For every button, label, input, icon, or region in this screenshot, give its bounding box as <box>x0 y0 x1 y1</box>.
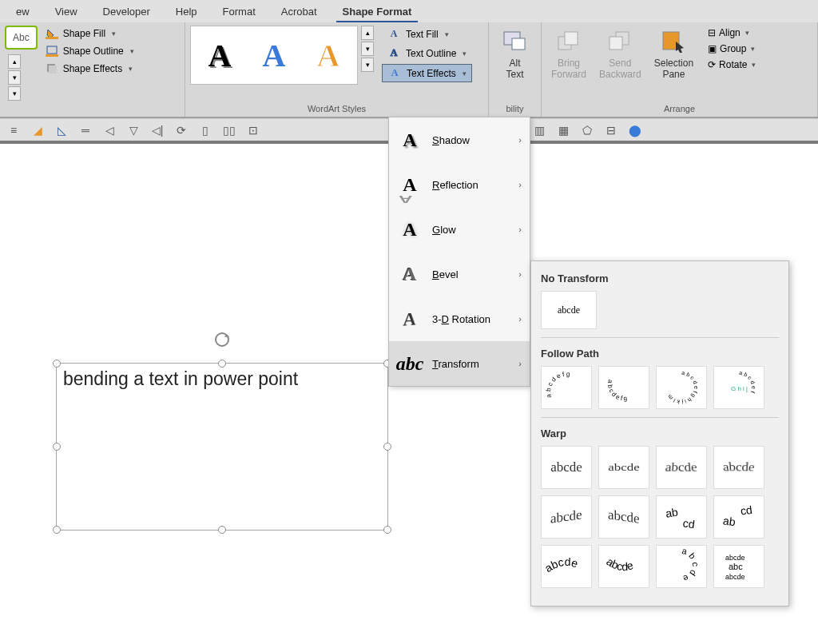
text-effects-glow[interactable]: A Glow › <box>389 207 530 252</box>
shape-effects-button[interactable]: Shape Effects ▾ <box>41 61 139 77</box>
warp-10[interactable]: abcde <box>598 545 649 588</box>
menu-shape-format[interactable]: Shape Format <box>330 2 425 21</box>
wordart-scroll-down[interactable]: ▾ <box>361 42 374 56</box>
qat-line-style[interactable]: ═ <box>77 121 94 139</box>
qat-img8[interactable]: ⬤ <box>626 121 644 139</box>
resize-handle-tl[interactable] <box>53 360 61 368</box>
wordart-gallery[interactable]: A A A <box>190 26 358 85</box>
qat-shape3[interactable]: ▯ <box>197 121 214 139</box>
text-effects-shadow[interactable]: A SShadowhadow › <box>389 117 530 162</box>
chevron-down-icon: ▾ <box>751 45 755 53</box>
arrange-group-label: Arrange <box>546 102 812 115</box>
rotate-button[interactable]: ⟳ Rotate ▾ <box>705 58 759 72</box>
shape-style-more[interactable]: ▾ <box>8 86 21 101</box>
no-transform-option[interactable]: abcde <box>541 291 597 329</box>
rotate-icon: ⟳ <box>708 59 716 70</box>
follow-path-arch-down[interactable]: a b c d e f g <box>598 366 649 409</box>
warp-2[interactable]: abcde <box>598 446 649 489</box>
text-outline-button[interactable]: A Text Outline ▾ <box>382 45 472 62</box>
bevel-icon: A <box>399 263 421 285</box>
qat-align-left[interactable]: ≡ <box>5 121 22 139</box>
wordart-scroll-up[interactable]: ▴ <box>361 26 374 40</box>
rotate-handle[interactable] <box>212 330 232 349</box>
qat-img4[interactable]: ▥ <box>530 121 548 139</box>
warp-12[interactable]: abcdeabcabcde <box>713 545 764 588</box>
transform-gallery: No Transform abcde Follow Path a b c d e… <box>530 260 789 606</box>
qat-outline-color[interactable]: ◺ <box>53 121 70 139</box>
resize-handle-ml[interactable] <box>53 443 61 451</box>
warp-9[interactable]: abcde <box>541 545 592 588</box>
text-effects-button[interactable]: A Text Effects ▾ <box>382 64 472 82</box>
text-effects-3d-rotation[interactable]: A 3-D Rotation › <box>389 296 530 341</box>
qat-img6[interactable]: ⬠ <box>578 121 596 139</box>
resize-handle-br[interactable] <box>383 526 391 534</box>
shape-style-scroll-up[interactable]: ▴ <box>8 54 21 69</box>
chevron-down-icon: ▾ <box>745 29 749 37</box>
qat-flip-v[interactable]: ▽ <box>125 121 142 139</box>
shape-outline-label: Shape Outline <box>63 46 124 57</box>
svg-rect-8 <box>565 32 578 45</box>
resize-handle-mr[interactable] <box>383 443 391 451</box>
warp-4[interactable]: abcde <box>713 446 764 489</box>
warp-8[interactable]: abcd <box>713 495 764 539</box>
menu-view[interactable]: View <box>42 2 90 21</box>
align-label: Align <box>719 27 741 38</box>
text-box-content[interactable]: bending a text in power point <box>57 364 387 395</box>
wordart-style-1[interactable]: A <box>196 31 244 79</box>
group-button[interactable]: ▣ Group ▾ <box>705 42 759 56</box>
bring-forward-icon <box>556 29 582 54</box>
qat-shape1[interactable]: ◁| <box>149 121 166 139</box>
selection-pane-button[interactable]: Selection Pane <box>649 26 698 83</box>
text-fill-icon: A <box>387 28 401 40</box>
qat-img7[interactable]: ⊟ <box>602 121 620 139</box>
chevron-right-icon: › <box>518 135 522 145</box>
text-effects-reflection[interactable]: AA Reflection › <box>389 162 530 207</box>
align-button[interactable]: ⊟ Align ▾ <box>705 26 759 40</box>
wordart-style-3[interactable]: A <box>304 31 352 79</box>
selection-pane-label: Selection Pane <box>654 58 693 80</box>
follow-path-arch-up[interactable]: a b c d e f g <box>541 366 592 409</box>
shape-fill-button[interactable]: Shape Fill ▾ <box>41 26 139 42</box>
resize-handle-bl[interactable] <box>53 526 61 534</box>
text-fill-button[interactable]: A Text Fill ▾ <box>382 26 472 42</box>
text-effects-bevel[interactable]: A Bevel › <box>389 252 530 296</box>
chevron-down-icon: ▾ <box>752 61 756 69</box>
qat-shape4[interactable]: ▯▯ <box>220 121 238 139</box>
warp-3[interactable]: abcde <box>656 446 707 489</box>
alt-text-button[interactable]: Alt Text <box>498 26 533 83</box>
resize-handle-tm[interactable] <box>218 360 226 368</box>
qat-shape2[interactable]: ⟳ <box>173 121 190 139</box>
shape-style-scroll-down[interactable]: ▾ <box>8 70 21 85</box>
menu-review[interactable]: ew <box>3 2 42 21</box>
warp-11[interactable]: a b c d e <box>656 545 707 588</box>
wordart-style-2[interactable]: A <box>250 31 298 79</box>
shadow-icon: A <box>399 129 421 151</box>
follow-path-circle[interactable]: a b c d e f g h i j k l m <box>656 366 707 409</box>
qat-font-color[interactable]: ◢ <box>29 121 46 139</box>
wordart-more[interactable]: ▾ <box>361 58 374 72</box>
text-effects-icon: A <box>387 67 402 79</box>
svg-text:abc: abc <box>729 562 743 571</box>
menu-acrobat[interactable]: Acrobat <box>268 2 330 21</box>
shape-outline-button[interactable]: Shape Outline ▾ <box>41 43 139 59</box>
shape-style-preview[interactable]: Abc <box>5 26 38 50</box>
rotate-label: Rotate <box>719 59 747 70</box>
qat-flip-h[interactable]: ◁ <box>101 121 118 139</box>
svg-rect-2 <box>46 54 58 57</box>
text-box[interactable]: bending a text in power point <box>56 363 388 531</box>
warp-6[interactable]: abcde <box>598 495 649 539</box>
warp-5[interactable]: abcde <box>541 495 592 539</box>
svg-text:abcde: abcde <box>725 573 745 581</box>
qat-img5[interactable]: ▦ <box>554 121 572 139</box>
resize-handle-bm[interactable] <box>218 526 226 534</box>
qat-shape5[interactable]: ⊡ <box>244 121 262 139</box>
text-effects-transform[interactable]: abc Transform › <box>389 341 530 386</box>
menu-help[interactable]: Help <box>163 2 210 21</box>
send-backward-button[interactable]: Send Backward <box>594 26 646 83</box>
bring-forward-button[interactable]: Bring Forward <box>546 26 591 83</box>
menu-developer[interactable]: Developer <box>90 2 163 21</box>
warp-7[interactable]: abcd <box>656 495 707 539</box>
follow-path-button[interactable]: a b c d e f G h i j <box>713 366 764 409</box>
menu-format[interactable]: Format <box>210 2 268 21</box>
warp-1[interactable]: abcde <box>541 446 592 489</box>
